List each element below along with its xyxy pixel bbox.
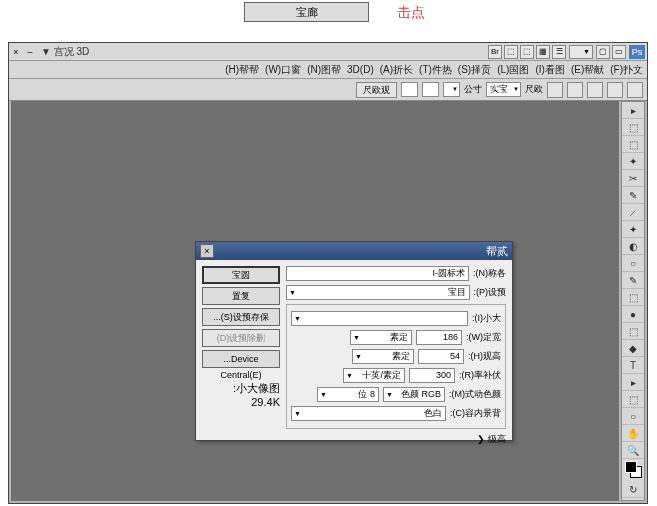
tool-brush-icon[interactable]: ✦	[622, 221, 644, 238]
app-logo-icon: Ps	[629, 45, 645, 59]
menu-item[interactable]: (T)件热	[419, 63, 452, 77]
opt-field[interactable]: 实宝	[486, 82, 521, 97]
preset-label: :(P)设预	[474, 286, 507, 299]
menu-item[interactable]: (L)国图	[497, 63, 529, 77]
menu-item[interactable]: (E)帮献	[571, 63, 604, 77]
imagesize-value: 29.4K	[202, 395, 280, 409]
minimize-icon[interactable]: –	[23, 47, 37, 57]
top-button[interactable]: 宝廊	[244, 2, 369, 22]
menu-item[interactable]: (S)择贡	[458, 63, 491, 77]
win-icon[interactable]: ▭	[612, 45, 626, 59]
tool-zoom-icon[interactable]: 🔍	[622, 442, 644, 459]
tool-path-icon[interactable]: ▸	[622, 374, 644, 391]
toolbox: ▸ ⬚ ⬚ ✦ ✂ ✎ ⟋ ✦ ◐ ○ ✎ ⬚ ● ⬚ ◆ T ▸ ⬚ ○ ✋ …	[621, 101, 645, 501]
titlebar-icon[interactable]: Br	[488, 45, 502, 59]
reset-button[interactable]: 置复	[202, 287, 280, 305]
win-icon[interactable]: ▢	[596, 45, 610, 59]
colormode-label: :(M)式动色颜	[449, 388, 501, 401]
tool-preset-icon[interactable]	[627, 82, 643, 98]
menu-item[interactable]: (N)图帮	[307, 63, 341, 77]
workspace-select[interactable]	[569, 45, 593, 59]
opt-icon[interactable]	[587, 82, 603, 98]
options-bar: 尺欧 实宝 公寸 尺欧观	[9, 79, 647, 101]
size-label: :(I)小大	[472, 312, 501, 325]
opt-field[interactable]	[443, 82, 460, 97]
close-icon[interactable]: ×	[9, 47, 23, 57]
tool-lasso-icon[interactable]: ⬚	[622, 136, 644, 153]
opt-label: 尺欧	[525, 83, 543, 96]
tool-marquee-icon[interactable]: ⬚	[622, 119, 644, 136]
title-left: 宫况 3D ▼	[37, 45, 93, 59]
menu-item[interactable]: (A)折长	[380, 63, 413, 77]
tool-eyedrop-icon[interactable]: ✎	[622, 187, 644, 204]
resolution-label: :(R)率补伏	[459, 369, 501, 382]
colormode-select[interactable]: 色颜 RGB	[383, 387, 445, 402]
tool-hand-icon[interactable]: ✋	[622, 425, 644, 442]
opt-label: 公寸	[464, 83, 482, 96]
titlebar-icon[interactable]: ⬚	[520, 45, 534, 59]
ok-button[interactable]: 宝圆	[202, 266, 280, 284]
tool-blur-icon[interactable]: ●	[622, 306, 644, 323]
tool-shape-icon[interactable]: ⬚	[622, 391, 644, 408]
menu-item[interactable]: 3D(D)	[347, 64, 374, 75]
width-unit-select[interactable]: 素定	[350, 330, 412, 345]
titlebar-icon[interactable]: ☰	[552, 45, 566, 59]
tool-heal-icon[interactable]: ⟋	[622, 204, 644, 221]
opt-field[interactable]	[422, 82, 439, 97]
menu-bar: (F)扑文 (E)帮献 (I)看图 (L)国图 (S)择贡 (T)件热 (A)折…	[9, 61, 647, 79]
bitdepth-select[interactable]: 位 8	[317, 387, 379, 402]
tool-quickmask-icon[interactable]: ↻	[622, 481, 644, 498]
name-label: :(N)称各	[473, 267, 506, 280]
opt-field[interactable]	[401, 82, 418, 97]
color-swatch[interactable]	[622, 459, 644, 481]
opt-icon[interactable]	[567, 82, 583, 98]
menu-item[interactable]: (W)口窗	[265, 63, 301, 77]
annotation-label: 击点	[397, 4, 425, 22]
resolution-unit-select[interactable]: 十英/素定	[343, 368, 405, 383]
tool-crop-icon[interactable]: ✂	[622, 170, 644, 187]
preset-select[interactable]: 宝目	[286, 285, 470, 300]
dialog-close-icon[interactable]: ×	[200, 244, 214, 258]
titlebar-icon[interactable]: ⬚	[504, 45, 518, 59]
tool-type-icon[interactable]: T	[622, 357, 644, 374]
size-select[interactable]	[291, 311, 468, 326]
tool-gradient-icon[interactable]: ⬚	[622, 289, 644, 306]
opt-icon[interactable]	[607, 82, 623, 98]
background-select[interactable]: 色白	[291, 406, 446, 421]
tool-dodge-icon[interactable]: ⬚	[622, 323, 644, 340]
name-input[interactable]: I-圆标术	[286, 266, 469, 281]
menu-item[interactable]: (H)帮帮	[225, 63, 259, 77]
advanced-toggle[interactable]: 级高	[286, 433, 506, 446]
tool-pen-icon[interactable]: ◆	[622, 340, 644, 357]
tool-stamp-icon[interactable]: ◐	[622, 238, 644, 255]
dialog-titlebar: 帮贰 ×	[196, 242, 512, 260]
delete-preset-button: (D)设预除删	[202, 329, 280, 347]
device-central-button[interactable]: ...Device Central(E)	[202, 350, 280, 368]
menu-item[interactable]: (I)看图	[535, 63, 564, 77]
tool-history-icon[interactable]: ○	[622, 255, 644, 272]
height-unit-select[interactable]: 素定	[352, 349, 414, 364]
width-input[interactable]: 186	[416, 330, 462, 345]
resolution-input[interactable]: 300	[409, 368, 455, 383]
imagesize-label: :小大像图	[202, 381, 280, 395]
tool-eraser-icon[interactable]: ✎	[622, 272, 644, 289]
tool-wand-icon[interactable]: ✦	[622, 153, 644, 170]
height-label: :(H)观高	[468, 350, 501, 363]
dialog-title: 帮贰	[486, 244, 508, 259]
tool-3d-icon[interactable]: ○	[622, 408, 644, 425]
menu-item[interactable]: (F)扑文	[610, 63, 643, 77]
app-window: Ps ▭ ▢ ☰ ▦ ⬚ ⬚ Br 宫况 3D ▼ – × (F)扑文 (E)帮…	[8, 42, 648, 504]
new-document-dialog: 帮贰 × :(N)称各 I-圆标术 :(P)设预 宝目 :(I)小大	[195, 241, 513, 441]
titlebar-icon[interactable]: ▦	[536, 45, 550, 59]
opt-button[interactable]: 尺欧观	[356, 82, 397, 98]
save-preset-button[interactable]: ...(S)设预存保	[202, 308, 280, 326]
background-label: :(C)容内景背	[450, 407, 501, 420]
width-label: :(W)定宽	[466, 331, 501, 344]
height-input[interactable]: 54	[418, 349, 464, 364]
tool-move-icon[interactable]: ▸	[622, 102, 644, 119]
opt-icon[interactable]	[547, 82, 563, 98]
titlebar: Ps ▭ ▢ ☰ ▦ ⬚ ⬚ Br 宫况 3D ▼ – ×	[9, 43, 647, 61]
